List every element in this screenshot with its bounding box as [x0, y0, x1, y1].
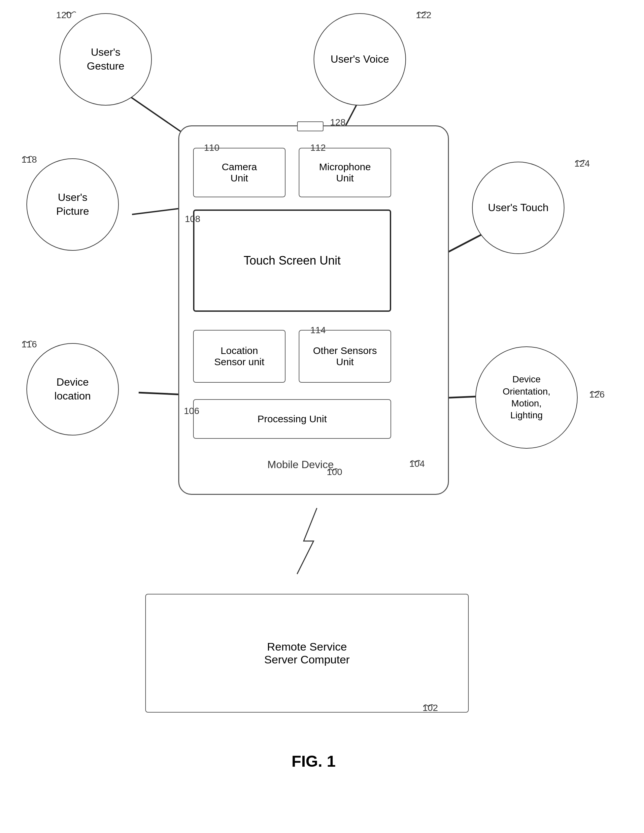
camera-unit-label: CameraUnit	[222, 161, 257, 184]
camera-unit-box: CameraUnit	[193, 148, 285, 197]
figure-label: FIG. 1	[248, 752, 380, 770]
users-voice-label: User's Voice	[331, 53, 389, 66]
server-label: Remote ServiceServer Computer	[264, 640, 350, 666]
device-location-circle: Devicelocation	[26, 343, 119, 436]
users-touch-circle: User's Touch	[472, 162, 564, 254]
users-gesture-label: User'sGesture	[87, 45, 124, 73]
squiggle-102	[422, 702, 435, 709]
mobile-device-label: Mobile Device	[267, 458, 334, 471]
squiggle-100	[326, 466, 339, 473]
squiggle-122	[415, 9, 428, 16]
users-touch-label: User's Touch	[488, 201, 548, 215]
microphone-unit-ref: 112	[310, 143, 326, 153]
processing-unit-ref: 106	[184, 406, 200, 416]
lightning-bolt	[290, 505, 330, 577]
device-location-label: Devicelocation	[55, 375, 91, 403]
touch-screen-unit-label: Touch Screen Unit	[244, 254, 341, 267]
touch-screen-ref: 108	[185, 214, 200, 224]
users-voice-circle: User's Voice	[314, 13, 406, 106]
users-picture-circle: User'sPicture	[26, 158, 119, 251]
touch-screen-unit-box: Touch Screen Unit	[193, 209, 391, 312]
device-orientation-label: DeviceOrientation,Motion,Lighting	[503, 373, 551, 421]
location-sensor-unit-box: LocationSensor unit	[193, 330, 285, 383]
squiggle-126	[589, 389, 602, 395]
squiggle-116	[21, 338, 34, 345]
users-picture-label: User'sPicture	[56, 191, 89, 218]
device-notch	[297, 121, 324, 131]
other-sensors-label: Other SensorsUnit	[313, 345, 377, 368]
squiggle-124	[574, 158, 587, 164]
processing-unit-box: Processing Unit	[193, 399, 391, 439]
processing-unit-label: Processing Unit	[258, 413, 327, 425]
squiggle-104	[409, 458, 422, 465]
diagram: User'sGesture 120 User's Voice 122 User'…	[0, 0, 644, 833]
location-sensor-label: LocationSensor unit	[214, 345, 264, 368]
users-gesture-circle: User'sGesture	[60, 13, 152, 106]
notch-ref: 128	[330, 117, 346, 128]
other-sensors-ref: 114	[310, 325, 326, 336]
microphone-unit-label: MicrophoneUnit	[319, 161, 371, 184]
device-orientation-circle: DeviceOrientation,Motion,Lighting	[475, 346, 578, 449]
microphone-unit-box: MicrophoneUnit	[299, 148, 391, 197]
squiggle-120	[64, 9, 77, 16]
squiggle-118	[21, 154, 34, 160]
other-sensors-unit-box: Other SensorsUnit	[299, 330, 391, 383]
server-box: Remote ServiceServer Computer	[145, 594, 469, 712]
camera-unit-ref: 110	[204, 143, 219, 153]
